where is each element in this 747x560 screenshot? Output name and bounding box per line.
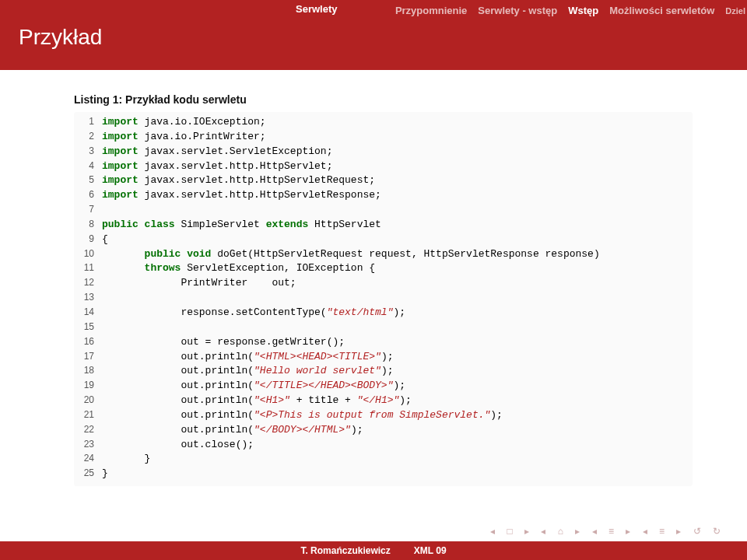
code-text: out.println("<H1>" + title + "</H1>");: [102, 394, 412, 408]
code-line: 25}: [74, 467, 688, 481]
nav-item[interactable]: Możliwości serwletów: [609, 5, 714, 16]
code-listing: 1import java.io.IOException;2import java…: [74, 112, 693, 486]
code-line: 20 out.println("<H1>" + title + "</H1>")…: [74, 394, 688, 408]
code-line: 9{: [74, 233, 688, 247]
line-number: 22: [74, 423, 102, 438]
line-number: 24: [74, 452, 102, 467]
line-number: 1: [74, 115, 102, 130]
nav-item[interactable]: Dziel: [725, 6, 745, 16]
code-text: out.close();: [102, 438, 254, 453]
slide-content: Listing 1: Przykład kodu serwletu 1impor…: [0, 70, 747, 486]
code-line: 5import javax.servlet.http.HttpServletRe…: [74, 173, 688, 188]
code-line: 8public class SimpleServlet extends Http…: [74, 218, 688, 233]
code-text: [102, 203, 108, 218]
line-number: 13: [74, 291, 102, 306]
code-line: 16 out = response.getWriter();: [74, 335, 688, 350]
line-number: 20: [74, 394, 102, 408]
code-line: 13: [74, 291, 688, 306]
line-number: 2: [74, 130, 102, 145]
line-number: 11: [74, 261, 102, 276]
code-line: 12 PrintWriter out;: [74, 276, 688, 291]
line-number: 14: [74, 306, 102, 320]
code-line: 17 out.println("<HTML><HEAD><TITLE>");: [74, 350, 688, 365]
nav-item[interactable]: Przypomnienie: [395, 5, 467, 16]
line-number: 18: [74, 364, 102, 379]
line-number: 25: [74, 467, 102, 481]
code-line: 23 out.close();: [74, 438, 688, 453]
code-text: out.println("</TITLE></HEAD><BODY>");: [102, 379, 405, 394]
code-text: throws ServletException, IOException {: [102, 261, 375, 276]
slide-header: Serwlety Przypomnienie Serwlety - wstęp …: [0, 0, 747, 70]
line-number: 17: [74, 350, 102, 365]
code-text: public class SimpleServlet extends HttpS…: [102, 218, 381, 233]
code-text: PrintWriter out;: [102, 276, 296, 291]
line-number: 8: [74, 218, 102, 233]
code-line: 6import javax.servlet.http.HttpServletRe…: [74, 188, 688, 203]
footer-author: T. Romańczukiewicz: [300, 545, 390, 556]
listing-caption: Listing 1: Przykład kodu serwletu: [74, 93, 693, 106]
code-line: 2import java.io.PrintWriter;: [74, 130, 688, 145]
code-text: public void doGet(HttpServletRequest req…: [102, 247, 600, 262]
code-line: 15: [74, 320, 688, 335]
line-number: 6: [74, 188, 102, 203]
code-text: [102, 320, 108, 335]
line-number: 5: [74, 173, 102, 188]
code-text: import java.io.PrintWriter;: [102, 130, 266, 145]
code-line: 19 out.println("</TITLE></HEAD><BODY>");: [74, 379, 688, 394]
code-text: out.println("<HTML><HEAD><TITLE>");: [102, 350, 393, 365]
slide-footer: T. Romańczukiewicz XML 09: [0, 541, 747, 560]
section-current: Serwlety: [296, 3, 337, 15]
line-number: 7: [74, 203, 102, 218]
line-number: 3: [74, 145, 102, 159]
code-line: 21 out.println("<P>This is output from S…: [74, 408, 688, 423]
code-line: 4import javax.servlet.http.HttpServlet;: [74, 159, 688, 174]
code-text: import javax.servlet.http.HttpServletRes…: [102, 188, 381, 203]
code-text: import java.io.IOException;: [102, 115, 266, 130]
code-text: [102, 291, 108, 306]
line-number: 12: [74, 276, 102, 291]
code-line: 14 response.setContentType("text/html");: [74, 306, 688, 320]
code-line: 3import javax.servlet.ServletException;: [74, 145, 688, 159]
line-number: 15: [74, 320, 102, 335]
nav-item-current[interactable]: Wstęp: [568, 5, 598, 16]
slide-title: Przykład: [19, 25, 102, 50]
code-line: 24 }: [74, 452, 688, 467]
code-text: import javax.servlet.ServletException;: [102, 145, 332, 159]
code-line: 11 throws ServletException, IOException …: [74, 261, 688, 276]
footer-doc: XML 09: [414, 545, 447, 556]
line-number: 10: [74, 247, 102, 262]
line-number: 9: [74, 233, 102, 247]
code-text: out.println("<P>This is output from Simp…: [102, 408, 503, 423]
code-line: 18 out.println("Hello world servlet");: [74, 364, 688, 379]
code-line: 1import java.io.IOException;: [74, 115, 688, 130]
line-number: 19: [74, 379, 102, 394]
code-line: 22 out.println("</BODY></HTML>");: [74, 423, 688, 438]
code-text: response.setContentType("text/html");: [102, 306, 405, 320]
beamer-nav-icons[interactable]: ◂ □ ▸ ◂ ⌂ ▸ ◂ ≡ ▸ ◂ ≡ ▸ ↺ ↻: [490, 526, 725, 537]
line-number: 4: [74, 159, 102, 174]
code-line: 7: [74, 203, 688, 218]
code-line: 10 public void doGet(HttpServletRequest …: [74, 247, 688, 262]
code-text: import javax.servlet.http.HttpServletReq…: [102, 173, 375, 188]
code-text: {: [102, 233, 108, 247]
code-text: out = response.getWriter();: [102, 335, 345, 350]
code-text: }: [102, 467, 108, 481]
code-text: out.println("Hello world servlet");: [102, 364, 393, 379]
code-text: }: [102, 452, 150, 467]
line-number: 23: [74, 438, 102, 453]
line-number: 21: [74, 408, 102, 423]
nav-item[interactable]: Serwlety - wstęp: [478, 5, 557, 16]
code-text: import javax.servlet.http.HttpServlet;: [102, 159, 332, 174]
code-text: out.println("</BODY></HTML>");: [102, 423, 363, 438]
nav-sections: Przypomnienie Serwlety - wstęp Wstęp Moż…: [395, 5, 747, 16]
line-number: 16: [74, 335, 102, 350]
